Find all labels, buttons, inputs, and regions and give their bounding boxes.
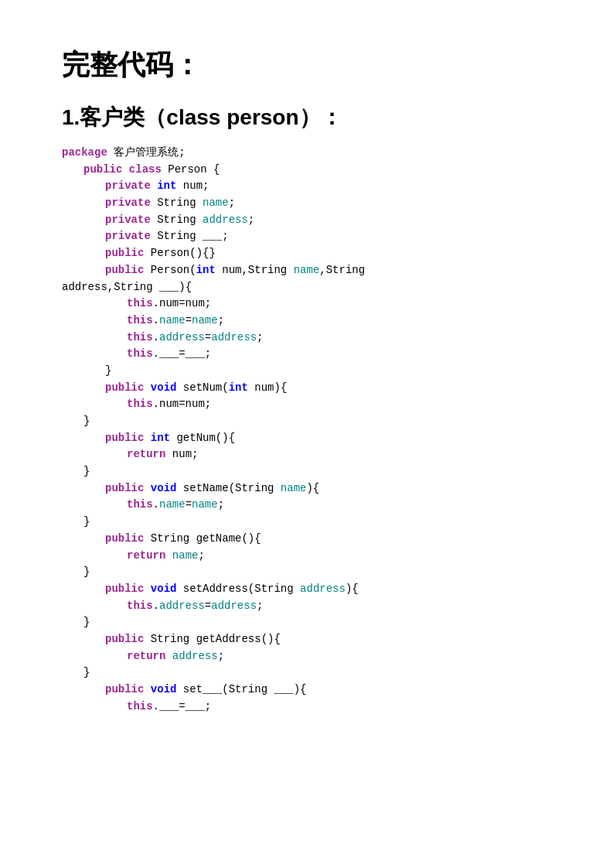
section1-title: 1.客户类（class person）：: [62, 103, 551, 132]
main-title: 完整代码：: [62, 46, 551, 84]
code-block: package 客户管理系统;public class Person {priv…: [62, 145, 551, 715]
